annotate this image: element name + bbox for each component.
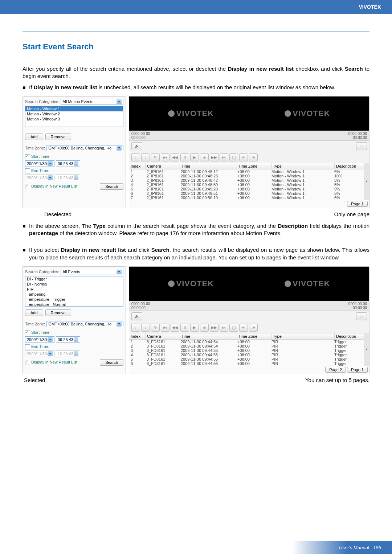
search-categories-label: Search Categories:	[25, 99, 59, 104]
table-row[interactable]: 72_IP81612009-11-30 09:50:10+08:00Motion…	[129, 196, 364, 200]
seek-down-icon[interactable]: ↓	[131, 324, 140, 332]
pause-icon[interactable]: ⏸	[180, 324, 189, 332]
seek-down-icon[interactable]: ↓	[141, 153, 150, 161]
skip-back-icon[interactable]: ◀◀	[171, 153, 179, 161]
seek-down-icon[interactable]: ↓	[131, 153, 140, 161]
sync-icon[interactable]: ⟳	[151, 153, 160, 161]
table-row[interactable]: 23_FD81612009-11-30 09:44:54+08:00PIRTri…	[129, 344, 364, 348]
speaker-mute-icon[interactable]: 🔈	[131, 142, 142, 150]
start-time-input[interactable]: 09:26:43	[56, 160, 80, 167]
skip-last-icon[interactable]: ⏭	[220, 153, 228, 161]
forward-icon[interactable]: ≫	[249, 324, 258, 332]
table-header: Index Camera Time Time Zone Type Descrip…	[129, 163, 364, 169]
display-new-list-checkbox[interactable]	[25, 184, 30, 189]
video-placeholder: VIVOTEK	[285, 279, 330, 288]
remove-button[interactable]: Remove	[45, 134, 71, 140]
add-button[interactable]: Add	[25, 309, 43, 316]
table-row[interactable]: 43_FD81612009-11-30 09:44:55+08:00PIRTri…	[129, 353, 364, 357]
end-time-checkbox[interactable]	[25, 168, 30, 173]
list-item[interactable]: Temperature - Normal	[25, 302, 123, 307]
caption-one-page: Only one page	[334, 211, 369, 217]
timezone-select[interactable]: GMT+08:00 Beijing, Chongqing, Ho	[46, 321, 123, 327]
skip-last-icon[interactable]: ⏭	[220, 324, 228, 332]
timeline: 0000-00-00 00:00:00 0000-00-00 00:00:00	[129, 131, 369, 141]
stop-icon[interactable]: ■	[200, 153, 209, 161]
page-1-button[interactable]: Page 1	[347, 367, 368, 373]
list-item[interactable]: PIR	[25, 287, 123, 292]
search-button[interactable]: Search	[100, 183, 123, 190]
start-time-input[interactable]: 09:26:43	[56, 336, 80, 343]
scroll-up-icon[interactable]: ▲	[364, 333, 369, 366]
sun-icon[interactable]: ☼	[356, 312, 367, 320]
bullet-2: In the above screen, The Type column in …	[29, 222, 369, 237]
table-row[interactable]: 52_IP81612009-11-30 09:49:28+08:00Motion…	[129, 187, 364, 191]
table-row[interactable]: 62_IP81612009-11-30 09:49:51+08:00Motion…	[129, 191, 364, 196]
end-time-checkbox[interactable]	[25, 344, 30, 349]
add-button[interactable]: Add	[25, 134, 43, 140]
table-row[interactable]: 12_IP81612009-11-30 09:48:12+08:00Motion…	[129, 169, 364, 174]
start-time-checkbox[interactable]	[25, 154, 30, 159]
table-row[interactable]: 32_IP81612009-11-30 09:48:42+08:00Motion…	[129, 178, 364, 182]
table-header: Index Camera Time Time Zone Type Descrip…	[129, 333, 364, 340]
page-2-button[interactable]: Page 2	[325, 367, 346, 373]
table-row[interactable]: 63_FD81612009-11-30 09:44:56+08:00PIRTri…	[129, 361, 364, 366]
seek-down-icon[interactable]: ↓	[141, 324, 150, 332]
stop-icon[interactable]: ■	[200, 324, 209, 332]
speaker-mute-icon[interactable]: 🔈	[131, 312, 142, 320]
skip-first-icon[interactable]: ⏮	[161, 324, 170, 332]
bullet-3: If you select Display in new result list…	[29, 246, 369, 261]
play-icon[interactable]: ▶	[190, 324, 199, 332]
table-row[interactable]: 33_FD81612009-11-30 09:44:55+08:00PIRTri…	[129, 348, 364, 353]
list-item[interactable]: Motion - Window 3	[25, 116, 123, 122]
page-title: Start Event Search	[23, 42, 369, 52]
display-new-list-checkbox[interactable]	[25, 360, 30, 365]
search-button[interactable]: Search	[100, 359, 123, 366]
table-row[interactable]: 22_IP81612009-11-30 09:48:23+08:00Motion…	[129, 174, 364, 178]
remove-button[interactable]: Remove	[45, 309, 71, 316]
record-icon[interactable]: ◯	[229, 324, 238, 332]
start-date-input[interactable]: 2009/11/30	[25, 160, 54, 167]
play-icon[interactable]: ▶	[190, 153, 199, 161]
spinner-icon	[74, 351, 78, 356]
skip-back-icon[interactable]: ◀◀	[171, 324, 179, 332]
categories-listbox[interactable]: DI - Trigger DI - Normal PIR Tampering T…	[25, 276, 123, 307]
forward-icon[interactable]: ≫	[249, 153, 258, 161]
list-item[interactable]: DI - Trigger	[25, 276, 123, 282]
skip-fwd-icon[interactable]: ▶▶	[210, 324, 219, 332]
list-item[interactable]: Motion - Window 1	[25, 106, 123, 111]
skip-first-icon[interactable]: ⏮	[161, 153, 170, 161]
list-item[interactable]: DI - Normal	[25, 282, 123, 287]
sun-icon[interactable]: ☼	[356, 142, 367, 150]
timezone-select[interactable]: GMT+08:00 Beijing, Chongqing, Ho	[46, 145, 123, 151]
timezone-label: Time Zone:	[25, 146, 45, 150]
list-item[interactable]: Temperature - Trigger	[25, 297, 123, 302]
chevron-down-icon	[48, 351, 53, 356]
chevron-down-icon	[117, 270, 122, 274]
start-date-input[interactable]: 2009/11/30	[25, 336, 54, 343]
end-time-input: 10:26:43	[56, 175, 80, 181]
table-row[interactable]: 53_FD81612009-11-30 09:44:56+08:00PIRTri…	[129, 357, 364, 361]
pause-icon[interactable]: ⏸	[180, 153, 189, 161]
search-categories-label: Search Categories:	[25, 270, 59, 274]
scroll-up-icon[interactable]: ▲	[364, 163, 369, 200]
table-row[interactable]: 13_FD81612009-11-30 09:44:54+08:00PIRTri…	[129, 340, 364, 344]
list-item[interactable]: Tampering	[25, 292, 123, 297]
brand: VIVOTEK	[359, 4, 381, 10]
result-panel: VIVOTEK VIVOTEK 0000-00-00 00:00:00 0000…	[129, 266, 369, 374]
start-time-checkbox[interactable]	[25, 330, 30, 335]
sync-icon[interactable]: ⟳	[151, 324, 160, 332]
page-1-button[interactable]: Page 1	[347, 201, 368, 207]
list-item[interactable]: Motion - Window 2	[25, 111, 123, 116]
caption-selected: Selected	[24, 377, 45, 383]
record-icon[interactable]: ◯	[229, 153, 238, 161]
rewind-icon[interactable]: ≪	[239, 153, 248, 161]
end-time-input: 10:26:43	[56, 350, 80, 357]
page-footer: User's Manual - 185	[339, 545, 381, 550]
search-categories-select[interactable]: All Events	[61, 269, 123, 275]
skip-fwd-icon[interactable]: ▶▶	[210, 153, 219, 161]
rewind-icon[interactable]: ≪	[239, 324, 248, 332]
table-row[interactable]: 42_IP81612009-11-30 09:48:50+08:00Motion…	[129, 182, 364, 187]
search-categories-select[interactable]: All Motion Events	[61, 99, 123, 105]
end-date-input: 2009/11/30	[25, 350, 54, 357]
categories-listbox[interactable]: Motion - Window 1 Motion - Window 2 Moti…	[25, 106, 123, 127]
